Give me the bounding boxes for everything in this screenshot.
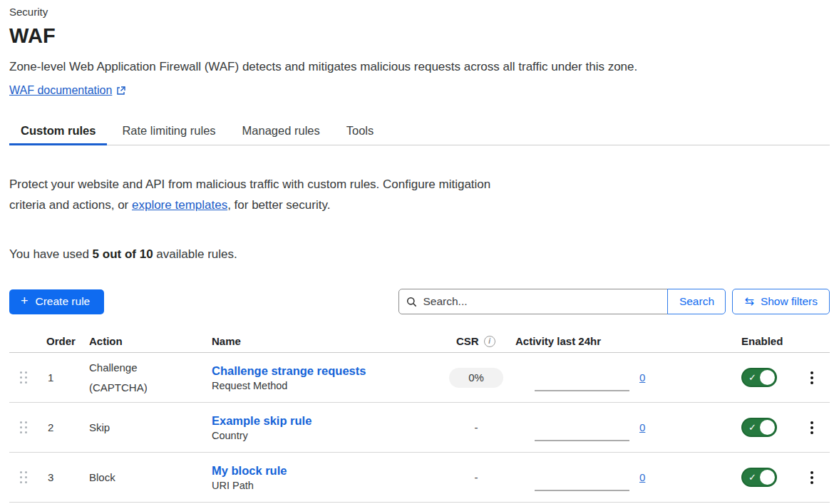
explore-templates-link[interactable]: explore templates xyxy=(132,198,227,212)
rules-usage-text: You have used 5 out of 10 available rule… xyxy=(9,247,830,262)
activity-count-link[interactable]: 0 xyxy=(639,471,645,483)
col-header-csr: CSR i xyxy=(437,335,515,347)
waf-tabbar: Custom rules Rate limiting rules Managed… xyxy=(9,118,830,145)
table-row: 2 Skip Example skip rule Country - 0 ✓ xyxy=(9,403,830,453)
drag-handle-icon[interactable] xyxy=(20,371,27,384)
drag-handle-icon[interactable] xyxy=(20,471,27,483)
rule-action-label: Challenge (CAPTCHA) xyxy=(89,358,164,398)
intro-line-2: criteria and actions, or explore templat… xyxy=(9,195,830,215)
rule-action-label: Block xyxy=(89,468,164,488)
search-box xyxy=(398,289,668,314)
external-link-icon xyxy=(116,86,126,96)
rule-action-label: Skip xyxy=(89,418,164,438)
usage-count: 5 out of 10 xyxy=(93,247,153,261)
csr-cell: - xyxy=(437,421,515,433)
create-rule-button[interactable]: + Create rule xyxy=(9,289,104,314)
rule-name-cell: Challenge strange requests Request Metho… xyxy=(212,364,437,391)
tab-tools[interactable]: Tools xyxy=(335,118,386,145)
enabled-cell: ✓ xyxy=(723,368,794,387)
rule-order: 3 xyxy=(38,471,81,483)
page-title: WAF xyxy=(9,24,830,48)
rule-action: Block xyxy=(81,468,212,488)
tab-rate-limiting-rules[interactable]: Rate limiting rules xyxy=(110,118,227,145)
plus-icon: + xyxy=(21,294,29,309)
activity-cell: 0 xyxy=(515,421,723,433)
csr-empty-value: - xyxy=(475,471,478,483)
tab-custom-rules[interactable]: Custom rules xyxy=(9,118,107,145)
show-filters-label: Show filters xyxy=(761,295,818,308)
search-input[interactable] xyxy=(423,295,660,308)
intro-line2-after: , for better security. xyxy=(227,198,330,212)
rule-action: Challenge (CAPTCHA) xyxy=(81,358,212,398)
check-icon: ✓ xyxy=(748,372,756,383)
search-icon xyxy=(406,297,417,307)
csr-cell: 0% xyxy=(437,368,515,388)
enabled-toggle[interactable]: ✓ xyxy=(741,468,777,487)
info-icon[interactable]: i xyxy=(484,336,495,347)
rule-order: 2 xyxy=(38,421,81,433)
waf-page: Security WAF Zone-level Web Application … xyxy=(0,0,839,503)
breadcrumb-security: Security xyxy=(9,6,830,18)
rule-field: Country xyxy=(212,430,437,441)
rule-field: URI Path xyxy=(212,480,437,491)
page-description: Zone-level Web Application Firewall (WAF… xyxy=(9,60,830,74)
usage-before: You have used xyxy=(9,247,93,261)
rule-name-link[interactable]: My block rule xyxy=(212,464,437,478)
col-header-enabled: Enabled xyxy=(723,335,794,347)
custom-rules-table: Order Action Name CSR i Activity last 24… xyxy=(9,330,830,503)
tab-managed-rules[interactable]: Managed rules xyxy=(231,118,331,145)
check-icon: ✓ xyxy=(748,472,756,483)
swap-arrows-icon: ⇆ xyxy=(744,294,753,308)
activity-sparkline xyxy=(535,490,629,491)
activity-count-link[interactable]: 0 xyxy=(639,371,645,384)
intro-line2-before: criteria and actions, or xyxy=(9,198,132,212)
rule-name-cell: My block rule URI Path xyxy=(212,464,437,491)
kebab-menu-icon[interactable] xyxy=(806,468,818,487)
col-header-activity: Activity last 24hr xyxy=(515,335,723,347)
intro-line-1: Protect your website and API from malici… xyxy=(9,174,830,195)
rule-order: 1 xyxy=(38,371,81,384)
rule-field: Request Method xyxy=(212,380,437,391)
csr-header-label: CSR xyxy=(456,335,479,347)
waf-documentation-link[interactable]: WAF documentation xyxy=(9,84,112,97)
rule-name-cell: Example skip rule Country xyxy=(212,414,437,441)
csr-cell: - xyxy=(437,471,515,483)
activity-count-link[interactable]: 0 xyxy=(639,421,645,433)
check-icon: ✓ xyxy=(748,422,756,433)
enabled-toggle[interactable]: ✓ xyxy=(741,418,777,437)
col-header-order: Order xyxy=(38,335,81,347)
activity-cell: 0 xyxy=(515,371,723,384)
kebab-menu-icon[interactable] xyxy=(806,369,818,387)
enabled-toggle[interactable]: ✓ xyxy=(741,368,777,387)
activity-cell: 0 xyxy=(515,471,723,483)
toggle-knob xyxy=(760,470,775,485)
show-filters-button[interactable]: ⇆ Show filters xyxy=(732,289,830,314)
drag-handle-icon[interactable] xyxy=(20,421,27,433)
search-button[interactable]: Search xyxy=(667,289,726,314)
col-header-action: Action xyxy=(81,335,212,347)
toggle-knob xyxy=(760,420,775,435)
create-rule-label: Create rule xyxy=(36,295,91,308)
usage-after: available rules. xyxy=(153,247,237,261)
rule-action: Skip xyxy=(81,418,212,438)
activity-sparkline xyxy=(535,390,629,391)
csr-badge: 0% xyxy=(449,368,503,388)
toggle-knob xyxy=(760,370,775,385)
rule-name-link[interactable]: Challenge strange requests xyxy=(212,364,437,378)
enabled-cell: ✓ xyxy=(723,468,794,487)
csr-empty-value: - xyxy=(475,421,478,433)
custom-rules-intro: Protect your website and API from malici… xyxy=(9,174,830,215)
rules-toolbar: + Create rule Search ⇆ Show filters xyxy=(9,289,830,314)
table-header-row: Order Action Name CSR i Activity last 24… xyxy=(9,330,830,353)
col-header-name: Name xyxy=(212,335,437,347)
activity-sparkline xyxy=(535,440,629,441)
enabled-cell: ✓ xyxy=(723,418,794,437)
kebab-menu-icon[interactable] xyxy=(806,418,818,437)
rule-name-link[interactable]: Example skip rule xyxy=(212,414,437,428)
table-row: 1 Challenge (CAPTCHA) Challenge strange … xyxy=(9,353,830,403)
table-row: 3 Block My block rule URI Path - 0 ✓ xyxy=(9,453,830,503)
